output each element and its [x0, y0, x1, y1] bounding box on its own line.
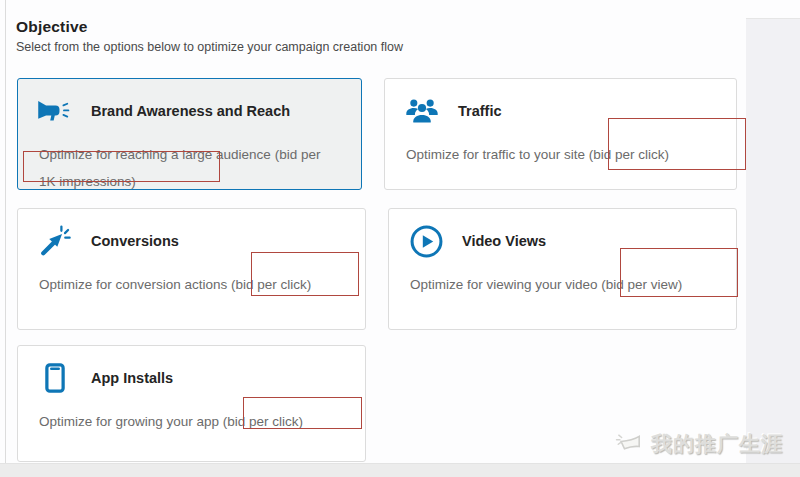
watermark: 我的推广生涯 [612, 428, 783, 460]
megaphone-icon [35, 92, 75, 130]
right-gutter [746, 18, 800, 464]
click-cursor-icon [35, 222, 75, 260]
card-description: Optimize for traffic to your site (bid p… [406, 141, 715, 168]
objective-card-conversions[interactable]: Conversions Optimize for conversion acti… [17, 208, 366, 330]
card-title: Traffic [458, 103, 502, 119]
smartphone-icon [35, 359, 75, 397]
objective-card-app-installs[interactable]: App Installs Optimize for growing your a… [17, 345, 366, 462]
left-divider [5, 0, 6, 463]
card-header: Video Views [389, 209, 736, 262]
card-description: Optimize for viewing your video (bid per… [410, 271, 715, 298]
card-title: App Installs [91, 370, 173, 386]
objective-card-brand-awareness[interactable]: Brand Awareness and Reach Optimize for r… [17, 78, 362, 190]
card-description: Optimize for growing your app (bid per c… [39, 408, 344, 435]
objective-card-video-views[interactable]: Video Views Optimize for viewing your vi… [388, 208, 737, 330]
card-header: Brand Awareness and Reach [18, 79, 361, 132]
objective-selection-page: Objective Select from the options below … [0, 0, 800, 477]
page-title: Objective [16, 18, 88, 36]
page-subtitle: Select from the options below to optimiz… [16, 40, 403, 54]
card-header: Conversions [18, 209, 365, 262]
card-description: Optimize for reaching a large audience (… [39, 141, 340, 195]
people-group-icon [402, 92, 442, 130]
card-header: Traffic [385, 79, 736, 132]
megaphone-doodle-icon [612, 428, 646, 460]
card-title: Brand Awareness and Reach [91, 103, 290, 119]
watermark-text: 我的推广生涯 [651, 430, 783, 458]
card-description: Optimize for conversion actions (bid per… [39, 271, 344, 298]
play-circle-icon [406, 222, 446, 260]
page-background-strip [0, 463, 800, 477]
card-title: Video Views [462, 233, 546, 249]
card-header: App Installs [18, 346, 365, 399]
objective-card-traffic[interactable]: Traffic Optimize for traffic to your sit… [384, 78, 737, 190]
card-title: Conversions [91, 233, 179, 249]
